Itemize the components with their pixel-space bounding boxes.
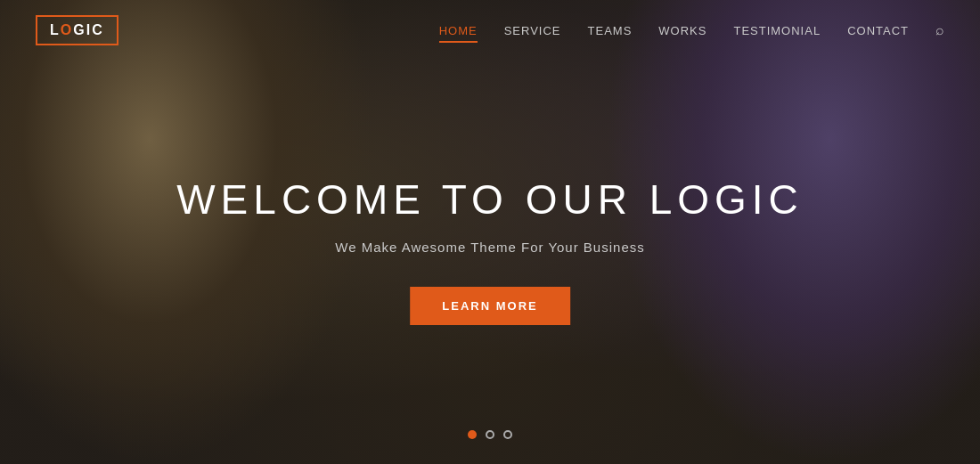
learn-more-button[interactable]: LEARN MORE bbox=[410, 287, 569, 325]
nav-item-contact[interactable]: CONTACT bbox=[847, 22, 909, 38]
hero-subtitle: We Make Awesome Theme For Your Business bbox=[176, 240, 804, 255]
navbar: LOGIC HOME SERVICE TEAMS WORKS TESTIMONI… bbox=[0, 0, 980, 60]
slider-dot-2[interactable] bbox=[486, 430, 494, 439]
nav-link-home[interactable]: HOME bbox=[439, 24, 478, 43]
hero-title: WELCOME TO OUR LOGIC bbox=[176, 175, 804, 224]
logo-text: LOGIC bbox=[50, 22, 104, 38]
slider-dot-1[interactable] bbox=[468, 430, 477, 439]
nav-link-contact[interactable]: CONTACT bbox=[847, 24, 909, 37]
search-button[interactable]: ⌕ bbox=[935, 22, 944, 37]
nav-item-testimonial[interactable]: TESTIMONIAL bbox=[733, 22, 821, 38]
nav-item-works[interactable]: WORKS bbox=[658, 22, 706, 38]
logo[interactable]: LOGIC bbox=[36, 15, 118, 45]
nav-links: HOME SERVICE TEAMS WORKS TESTIMONIAL CON… bbox=[439, 22, 944, 38]
nav-item-home[interactable]: HOME bbox=[439, 22, 478, 38]
nav-link-testimonial[interactable]: TESTIMONIAL bbox=[733, 24, 821, 37]
search-icon[interactable]: ⌕ bbox=[935, 22, 944, 38]
nav-item-teams[interactable]: TEAMS bbox=[588, 22, 633, 38]
nav-link-teams[interactable]: TEAMS bbox=[588, 24, 633, 37]
slider-dot-3[interactable] bbox=[503, 430, 512, 439]
nav-link-service[interactable]: SERVICE bbox=[504, 24, 561, 37]
nav-link-works[interactable]: WORKS bbox=[658, 24, 706, 37]
hero-section: LOGIC HOME SERVICE TEAMS WORKS TESTIMONI… bbox=[0, 0, 980, 464]
hero-content: WELCOME TO OUR LOGIC We Make Awesome The… bbox=[176, 175, 804, 325]
nav-item-service[interactable]: SERVICE bbox=[504, 22, 561, 38]
slider-dots bbox=[468, 430, 512, 439]
